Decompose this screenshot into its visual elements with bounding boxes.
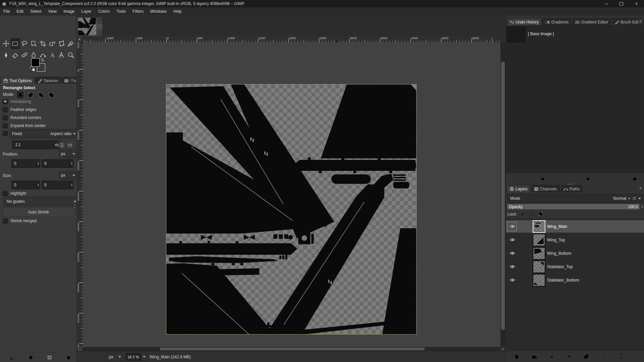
zoom-tool[interactable]	[66, 50, 75, 60]
menu-view[interactable]: View	[45, 8, 60, 15]
size-width-input[interactable]: 0 ▲▼	[11, 181, 40, 189]
expand-from-center-option[interactable]: Expand from center	[3, 123, 46, 128]
menu-filters[interactable]: Filters	[129, 8, 147, 15]
layer-name[interactable]: Wing_Bottom	[547, 251, 571, 256]
delete-preset-button[interactable]	[45, 353, 54, 361]
zoom-input[interactable]: 18.2 %	[126, 353, 141, 361]
tab-undo-history[interactable]: Undo History	[507, 18, 541, 25]
raise-layer-button[interactable]	[547, 353, 557, 361]
spinner-arrows-icon[interactable]: ▲▼	[70, 181, 73, 189]
layer-row[interactable]: Wing_Bottom	[506, 247, 644, 259]
anchor-layer-button[interactable]	[616, 353, 626, 361]
measure-tool[interactable]	[57, 50, 66, 60]
delete-layer-button[interactable]	[633, 353, 643, 361]
spinner-arrows-icon[interactable]: ▲▼	[36, 181, 40, 189]
ruler-origin-button[interactable]	[76, 36, 84, 43]
opacity-spinner[interactable]: ▲▼	[640, 203, 644, 210]
unit-combo[interactable]: px	[107, 353, 123, 361]
shrink-merged-checkbox[interactable]	[3, 219, 8, 224]
move-tool[interactable]	[1, 38, 10, 49]
text-tool[interactable]: A	[48, 50, 57, 60]
reset-tool-button[interactable]	[64, 353, 73, 361]
canvas-viewport[interactable]	[83, 42, 500, 347]
mode-intersect-button[interactable]	[47, 91, 55, 99]
tab-gradient-editor[interactable]: Gradient Editor	[572, 18, 611, 25]
mode-subtract-button[interactable]	[37, 91, 45, 99]
layer-row[interactable]: Wing_Top	[506, 234, 644, 246]
layer-row[interactable]: Stabilator_Top	[506, 260, 644, 273]
horizontal-ruler[interactable]: -1000-5000500100015002000250030003500400…	[83, 36, 500, 43]
vertical-scrollbar-thumb[interactable]	[501, 62, 505, 330]
image-tab[interactable]	[76, 17, 103, 37]
title-bar[interactable]: F16_bl50_wing_L_Template_Component.xcf-2…	[0, 0, 644, 7]
swap-colors-icon[interactable]	[40, 58, 45, 62]
dock-menu-icon[interactable]	[70, 78, 74, 82]
position-y-input[interactable]: 0 ▲▼	[42, 159, 74, 168]
ink-tool[interactable]	[1, 50, 10, 60]
default-colors-icon[interactable]	[30, 66, 35, 71]
feather-edges-option[interactable]: Feather edges	[3, 107, 36, 112]
size-height-input[interactable]: 0 ▲▼	[42, 181, 74, 189]
vertical-scrollbar[interactable]	[500, 42, 505, 347]
position-unit-combo[interactable]: px	[59, 150, 77, 158]
close-button[interactable]: ×	[629, 0, 644, 7]
new-layer-button[interactable]	[512, 353, 522, 361]
tab-paths[interactable]: Paths	[561, 185, 583, 192]
bucket-fill-tool[interactable]	[66, 38, 75, 49]
tab-channels[interactable]: Channels	[531, 185, 560, 192]
menu-tools[interactable]: Tools	[113, 8, 129, 15]
save-preset-button[interactable]	[7, 353, 16, 361]
highlight-option[interactable]: Highlight	[3, 191, 26, 196]
shrink-merged-option[interactable]: Shrink merged	[3, 218, 37, 224]
lock-move-button[interactable]	[528, 210, 535, 217]
close-tab-icon[interactable]	[97, 24, 102, 29]
aspect-ratio-input[interactable]: 1:1	[12, 140, 62, 149]
fixed-checkbox[interactable]	[3, 131, 8, 136]
tab-tool-options[interactable]: Tool Options	[1, 77, 35, 84]
duplicate-layer-button[interactable]	[581, 353, 591, 361]
tab-gradients[interactable]: Gradients	[542, 18, 571, 25]
size-unit-combo[interactable]: px	[59, 171, 77, 179]
highlight-checkbox[interactable]	[3, 191, 8, 196]
tab-layers[interactable]: Layers	[507, 185, 530, 192]
lock-brush-button[interactable]	[519, 210, 526, 217]
fuzzy-select-tool[interactable]	[29, 38, 38, 49]
mode-add-button[interactable]	[26, 91, 35, 99]
fixed-criterion-combo[interactable]: Fixed Aspect ratio	[9, 129, 78, 138]
menu-file[interactable]: File	[0, 8, 13, 15]
undo-button[interactable]	[537, 174, 547, 182]
minimize-button[interactable]	[599, 0, 614, 7]
eraser-tool[interactable]	[11, 50, 20, 60]
dock-menu-icon[interactable]	[638, 19, 642, 23]
spinner-arrows-icon[interactable]: ▲▼	[70, 160, 73, 168]
horizontal-scrollbar-thumb[interactable]	[160, 348, 425, 350]
foreground-color-swatch[interactable]	[31, 58, 40, 67]
layer-visibility-toggle[interactable]	[508, 222, 517, 231]
menu-select[interactable]: Select	[27, 8, 45, 15]
layer-name[interactable]: Wing_Top	[547, 238, 565, 242]
crop-tool[interactable]	[38, 38, 47, 49]
heal-tool[interactable]	[20, 50, 29, 60]
lock-alpha-button[interactable]	[537, 210, 544, 217]
expand-from-center-checkbox[interactable]	[3, 123, 8, 128]
layer-name[interactable]: Wing_Main	[547, 224, 567, 229]
transform-tool[interactable]	[48, 38, 57, 49]
menu-windows[interactable]: Windows	[147, 8, 170, 15]
mode-switch-button[interactable]	[630, 194, 643, 203]
panel-resize-grip[interactable]	[74, 201, 75, 208]
navigation-button[interactable]	[500, 347, 505, 351]
guides-combo[interactable]: No guides	[3, 197, 80, 206]
opacity-slider[interactable]: Opacity 100.0	[507, 203, 640, 210]
menu-edit[interactable]: Edit	[13, 8, 27, 15]
antialiasing-checkbox[interactable]: ✕	[3, 99, 8, 104]
free-select-tool[interactable]	[20, 38, 29, 49]
mode-replace-button[interactable]	[16, 91, 24, 99]
undo-item-label[interactable]: [ Base Image ]	[528, 32, 554, 36]
merge-down-button[interactable]	[599, 353, 609, 361]
new-group-button[interactable]	[529, 353, 539, 361]
menu-layer[interactable]: Layer	[78, 8, 95, 15]
feather-edges-checkbox[interactable]	[3, 107, 8, 112]
layer-mode-combo[interactable]: Mode Normal	[507, 194, 634, 203]
auto-shrink-button[interactable]: Auto Shrink	[3, 207, 74, 217]
dock-menu-icon[interactable]	[638, 186, 642, 190]
